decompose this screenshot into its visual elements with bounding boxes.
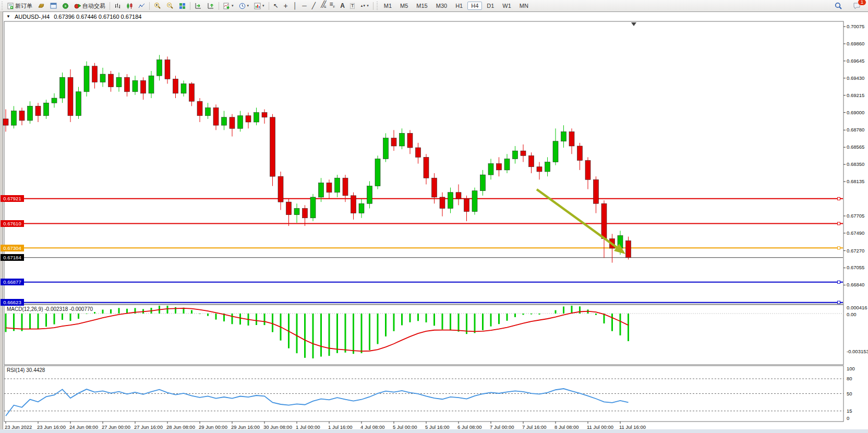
- line-handle[interactable]: [7, 197, 10, 200]
- line-handle[interactable]: [838, 281, 840, 283]
- line-handle[interactable]: [838, 222, 840, 225]
- line-handle[interactable]: [7, 222, 10, 225]
- line-handle[interactable]: [838, 197, 840, 200]
- line-handle[interactable]: [838, 247, 840, 249]
- line-handle[interactable]: [7, 281, 10, 283]
- status-strip: [0, 429, 868, 433]
- line-handle[interactable]: [838, 301, 840, 304]
- line-handle[interactable]: [7, 301, 10, 304]
- chart-window: ▼ AUDUSD-,H4 0.67396 0.67446 0.67160 0.6…: [3, 11, 868, 430]
- line-handle[interactable]: [7, 247, 10, 249]
- chart-canvas[interactable]: [1, 1, 868, 433]
